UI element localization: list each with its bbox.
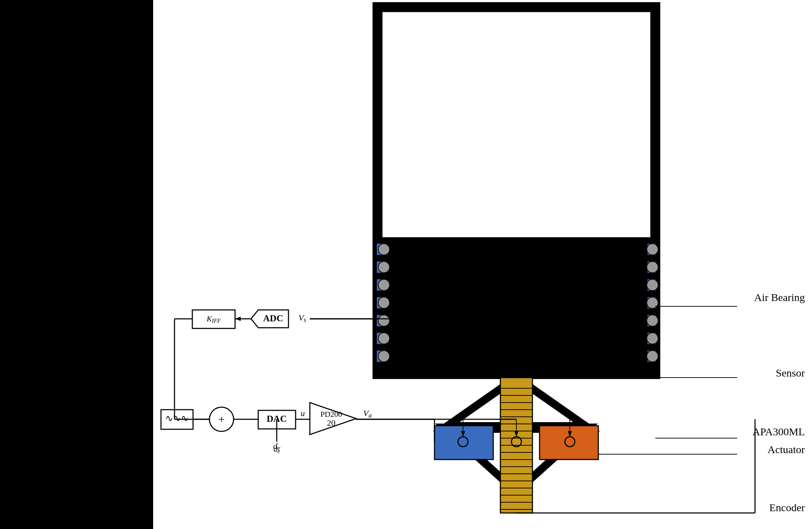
svg-point-66 (209, 407, 234, 431)
svg-rect-29 (647, 297, 656, 308)
svg-rect-6 (377, 261, 385, 273)
svg-rect-0 (378, 7, 655, 249)
svg-point-61 (458, 437, 468, 447)
svg-point-36 (647, 351, 658, 362)
svg-rect-39 (445, 422, 588, 433)
svg-point-10 (378, 279, 390, 291)
svg-text:ADC: ADC (263, 313, 283, 323)
svg-rect-15 (377, 315, 385, 326)
svg-rect-18 (377, 333, 385, 344)
svg-point-4 (378, 244, 390, 255)
svg-rect-12 (377, 297, 385, 308)
svg-point-19 (378, 333, 390, 344)
svg-point-32 (647, 315, 658, 326)
svg-text:u: u (301, 409, 305, 418)
svg-text:Va: Va (363, 409, 372, 419)
svg-rect-23 (647, 244, 656, 255)
svg-text:de: de (273, 441, 280, 452)
svg-point-11 (378, 297, 390, 308)
svg-marker-70 (310, 403, 356, 435)
left-black-panel (0, 0, 153, 529)
svg-rect-21 (377, 351, 385, 362)
apa300ml-label: APA300ML (753, 426, 805, 438)
svg-point-13 (378, 297, 390, 308)
svg-rect-27 (647, 279, 656, 291)
svg-point-62 (511, 437, 521, 447)
svg-marker-83 (461, 431, 465, 437)
svg-point-30 (647, 297, 658, 308)
svg-point-24 (647, 244, 658, 255)
svg-text:de: de (274, 445, 280, 454)
svg-marker-37 (445, 378, 588, 427)
svg-point-14 (378, 315, 390, 326)
svg-rect-31 (647, 315, 656, 326)
svg-text:Vs: Vs (298, 313, 306, 323)
svg-point-22 (378, 351, 390, 362)
main-diagram: ∿∿∿ + DAC PD200 20 u de Va ADC Vs KIFF (153, 0, 812, 529)
svg-rect-42 (500, 378, 532, 513)
svg-point-34 (647, 333, 658, 344)
svg-text:PD200: PD200 (320, 410, 342, 419)
svg-text:+: + (218, 413, 225, 426)
svg-rect-3 (377, 244, 385, 255)
svg-point-26 (647, 261, 658, 273)
svg-marker-88 (251, 310, 288, 328)
svg-point-2 (378, 244, 390, 255)
svg-marker-87 (568, 431, 572, 437)
sensor-label: Sensor (776, 367, 805, 379)
encoder-label: Encoder (769, 502, 805, 514)
svg-text:DAC: DAC (267, 414, 287, 424)
svg-rect-64 (161, 410, 193, 429)
actuator-label: Actuator (767, 444, 805, 456)
svg-rect-1 (378, 242, 655, 374)
svg-marker-38 (445, 427, 588, 492)
svg-marker-95 (235, 317, 241, 321)
svg-rect-41 (540, 426, 598, 460)
svg-text:20: 20 (327, 418, 335, 427)
svg-marker-85 (514, 431, 519, 437)
svg-rect-25 (647, 261, 656, 273)
svg-rect-40 (434, 426, 493, 460)
svg-point-8 (378, 279, 390, 291)
svg-point-63 (565, 437, 575, 447)
svg-point-5 (378, 261, 390, 273)
svg-rect-68 (258, 410, 296, 429)
air-bearing-label: Air Bearing (754, 291, 805, 304)
svg-point-7 (378, 261, 390, 273)
svg-text:KIFF: KIFF (206, 314, 221, 324)
svg-point-16 (378, 315, 390, 326)
svg-point-17 (378, 333, 390, 344)
svg-point-28 (647, 279, 658, 291)
svg-rect-35 (647, 351, 656, 362)
svg-rect-92 (192, 310, 235, 328)
svg-text:∿∿∿: ∿∿∿ (165, 413, 189, 424)
svg-rect-9 (377, 279, 385, 291)
svg-point-20 (378, 351, 390, 362)
svg-rect-33 (647, 333, 656, 344)
